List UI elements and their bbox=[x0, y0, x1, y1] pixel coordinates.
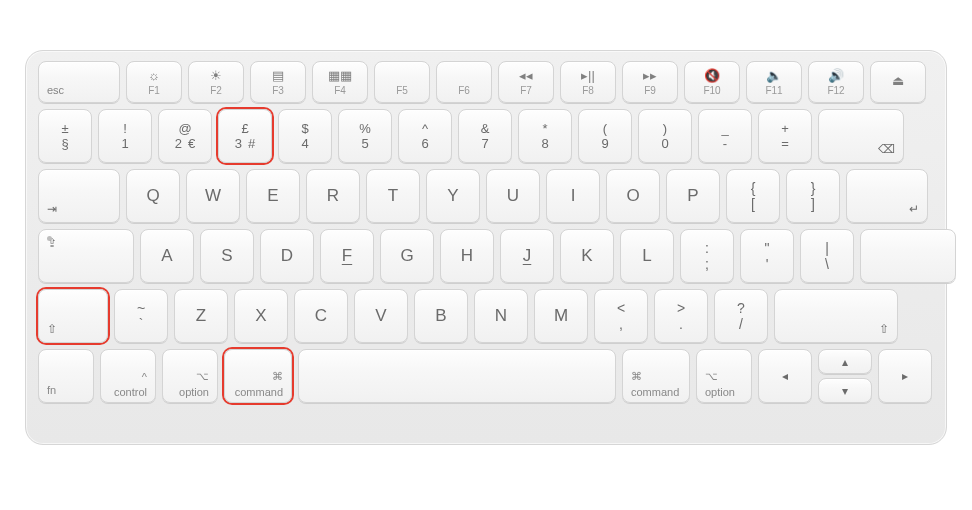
key-r[interactable]: R bbox=[306, 169, 360, 223]
key-a[interactable]: A bbox=[140, 229, 194, 283]
stage: esc ☼F1 ☀F2 ▤F3 ▦▦F4 F5 F6 ◂◂F7 ▸||F8 ▸▸… bbox=[0, 0, 972, 510]
key-e[interactable]: E bbox=[246, 169, 300, 223]
option-icon: ⌥ bbox=[196, 370, 209, 383]
key-x[interactable]: X bbox=[234, 289, 288, 343]
key-shift-right[interactable]: ⇧ bbox=[774, 289, 898, 343]
key-h[interactable]: H bbox=[440, 229, 494, 283]
key-b[interactable]: B bbox=[414, 289, 468, 343]
key-enter[interactable]: ↵ bbox=[846, 169, 928, 223]
key-f[interactable]: F bbox=[320, 229, 374, 283]
key-g[interactable]: G bbox=[380, 229, 434, 283]
key-w[interactable]: W bbox=[186, 169, 240, 223]
key-backslash[interactable]: |\ bbox=[800, 229, 854, 283]
key-shift-left[interactable]: ⇧ bbox=[38, 289, 108, 343]
key-f3[interactable]: ▤F3 bbox=[250, 61, 306, 103]
backspace-icon: ⌫ bbox=[878, 142, 895, 156]
key-f4[interactable]: ▦▦F4 bbox=[312, 61, 368, 103]
key-i[interactable]: I bbox=[546, 169, 600, 223]
key-f5[interactable]: F5 bbox=[374, 61, 430, 103]
key-eject[interactable]: ⏏ bbox=[870, 61, 926, 103]
shift-icon: ⇧ bbox=[47, 322, 57, 336]
key-1[interactable]: !1 bbox=[98, 109, 152, 163]
key-f12[interactable]: 🔊F12 bbox=[808, 61, 864, 103]
key-u[interactable]: U bbox=[486, 169, 540, 223]
key-s[interactable]: S bbox=[200, 229, 254, 283]
key-l[interactable]: L bbox=[620, 229, 674, 283]
key-arrow-down[interactable]: ▾ bbox=[818, 378, 872, 403]
option-icon: ⌥ bbox=[705, 370, 718, 383]
key-minus[interactable]: _- bbox=[698, 109, 752, 163]
key-f9[interactable]: ▸▸F9 bbox=[622, 61, 678, 103]
key-9[interactable]: (9 bbox=[578, 109, 632, 163]
row-bottom: fn ^control ⌥option ⌘command ⌘command ⌥o… bbox=[38, 349, 934, 403]
key-section[interactable]: ±§ bbox=[38, 109, 92, 163]
key-d[interactable]: D bbox=[260, 229, 314, 283]
key-j[interactable]: J bbox=[500, 229, 554, 283]
key-comma[interactable]: <, bbox=[594, 289, 648, 343]
capslock-indicator bbox=[47, 236, 52, 241]
key-capslock[interactable]: ⇪ bbox=[38, 229, 134, 283]
key-period[interactable]: >. bbox=[654, 289, 708, 343]
key-y[interactable]: Y bbox=[426, 169, 480, 223]
key-t[interactable]: T bbox=[366, 169, 420, 223]
volume-down-icon: 🔈 bbox=[766, 69, 782, 83]
key-m[interactable]: M bbox=[534, 289, 588, 343]
key-f2[interactable]: ☀F2 bbox=[188, 61, 244, 103]
key-option-left[interactable]: ⌥option bbox=[162, 349, 218, 403]
brightness-down-icon: ☼ bbox=[148, 69, 160, 83]
key-backtick[interactable]: ~` bbox=[114, 289, 168, 343]
key-semicolon[interactable]: :; bbox=[680, 229, 734, 283]
key-z[interactable]: Z bbox=[174, 289, 228, 343]
key-quote[interactable]: "' bbox=[740, 229, 794, 283]
shift-icon: ⇧ bbox=[879, 322, 889, 336]
key-2[interactable]: @2€ bbox=[158, 109, 212, 163]
key-c[interactable]: C bbox=[294, 289, 348, 343]
key-space[interactable] bbox=[298, 349, 616, 403]
rewind-icon: ◂◂ bbox=[519, 69, 533, 83]
key-f8[interactable]: ▸||F8 bbox=[560, 61, 616, 103]
key-0[interactable]: )0 bbox=[638, 109, 692, 163]
key-f6[interactable]: F6 bbox=[436, 61, 492, 103]
keyboard: esc ☼F1 ☀F2 ▤F3 ▦▦F4 F5 F6 ◂◂F7 ▸||F8 ▸▸… bbox=[25, 50, 947, 445]
key-option-right[interactable]: ⌥option bbox=[696, 349, 752, 403]
key-v[interactable]: V bbox=[354, 289, 408, 343]
mission-control-icon: ▤ bbox=[272, 69, 284, 83]
control-icon: ^ bbox=[142, 371, 147, 383]
key-n[interactable]: N bbox=[474, 289, 528, 343]
key-q[interactable]: Q bbox=[126, 169, 180, 223]
key-arrow-left[interactable]: ◂ bbox=[758, 349, 812, 403]
key-f7[interactable]: ◂◂F7 bbox=[498, 61, 554, 103]
key-k[interactable]: K bbox=[560, 229, 614, 283]
key-esc[interactable]: esc bbox=[38, 61, 120, 103]
key-arrow-up[interactable]: ▴ bbox=[818, 349, 872, 374]
key-6[interactable]: ^6 bbox=[398, 109, 452, 163]
key-f10[interactable]: 🔇F10 bbox=[684, 61, 740, 103]
row-function: esc ☼F1 ☀F2 ▤F3 ▦▦F4 F5 F6 ◂◂F7 ▸||F8 ▸▸… bbox=[38, 61, 934, 103]
key-5[interactable]: %5 bbox=[338, 109, 392, 163]
key-command-left[interactable]: ⌘command bbox=[224, 349, 292, 403]
key-enter-lower[interactable] bbox=[860, 229, 956, 283]
key-p[interactable]: P bbox=[666, 169, 720, 223]
key-equals[interactable]: += bbox=[758, 109, 812, 163]
key-3[interactable]: £3# bbox=[218, 109, 272, 163]
row-numbers: ±§ !1 @2€ £3# $4 %5 ^6 &7 *8 (9 )0 _- +=… bbox=[38, 109, 934, 163]
key-4[interactable]: $4 bbox=[278, 109, 332, 163]
key-control[interactable]: ^control bbox=[100, 349, 156, 403]
key-7[interactable]: &7 bbox=[458, 109, 512, 163]
key-8[interactable]: *8 bbox=[518, 109, 572, 163]
key-backspace[interactable]: ⌫ bbox=[818, 109, 904, 163]
key-arrow-right[interactable]: ▸ bbox=[878, 349, 932, 403]
key-f11[interactable]: 🔈F11 bbox=[746, 61, 802, 103]
key-f1[interactable]: ☼F1 bbox=[126, 61, 182, 103]
key-fn[interactable]: fn bbox=[38, 349, 94, 403]
mute-icon: 🔇 bbox=[704, 69, 720, 83]
key-tab[interactable]: ⇥ bbox=[38, 169, 120, 223]
key-command-right[interactable]: ⌘command bbox=[622, 349, 690, 403]
key-slash[interactable]: ?/ bbox=[714, 289, 768, 343]
tab-icon: ⇥ bbox=[47, 202, 57, 216]
key-bracket-left[interactable]: {[ bbox=[726, 169, 780, 223]
key-bracket-right[interactable]: }] bbox=[786, 169, 840, 223]
row-qwerty: ⇥ Q W E R T Y U I O P {[ }] ↵ bbox=[38, 169, 934, 223]
volume-up-icon: 🔊 bbox=[828, 69, 844, 83]
key-o[interactable]: O bbox=[606, 169, 660, 223]
